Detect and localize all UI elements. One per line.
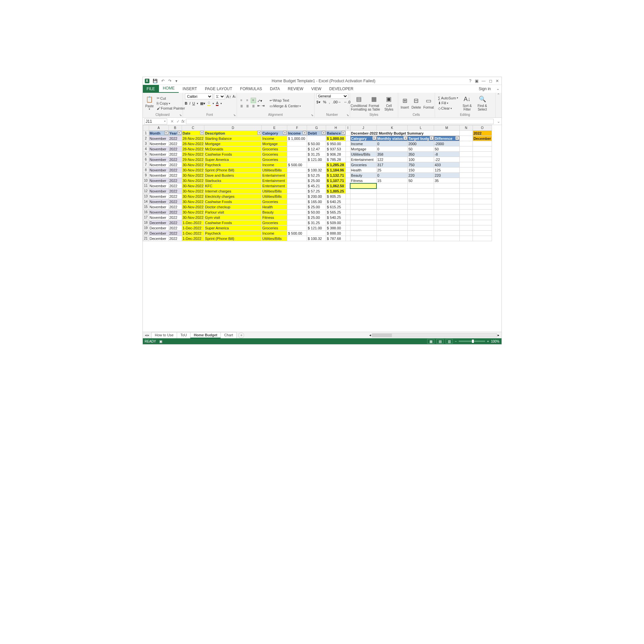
cell-B19[interactable]: 2022 [168, 225, 182, 231]
cell-E6[interactable]: Groceries [262, 157, 287, 162]
cell-G6[interactable]: $ 121.00 [307, 157, 326, 162]
col-header-G[interactable]: G [307, 125, 326, 131]
cell-B3[interactable]: 2022 [168, 141, 182, 146]
cancel-formula-icon[interactable]: ✕ [170, 119, 174, 124]
tab-view[interactable]: VIEW [307, 85, 325, 93]
cell-G10[interactable]: $ 25.00 [307, 178, 326, 183]
cell-C5[interactable]: 29-Nov-2022 [182, 152, 204, 157]
cell-G16[interactable]: $ 50.00 [307, 210, 326, 215]
close-icon[interactable]: ✕ [496, 79, 499, 83]
row-header[interactable]: 5 [143, 152, 149, 157]
format-as-table-button[interactable]: ▦Format as Table [367, 95, 381, 112]
cell-A18[interactable]: December [149, 220, 168, 225]
tab-insert[interactable]: INSERT [179, 85, 201, 93]
sheet-tab-chart[interactable]: Chart [220, 332, 237, 338]
paste-button[interactable]: 📋Paste▾ [145, 95, 155, 112]
summary-status[interactable]: 25 [376, 167, 408, 173]
table-header-E[interactable]: Category▾ [262, 131, 287, 136]
delete-cells-button[interactable]: ⊟Delete [411, 96, 422, 110]
summary-year[interactable]: 2022 [473, 131, 492, 136]
percent-button[interactable]: % [323, 100, 326, 104]
cell-E20[interactable]: Income [262, 231, 287, 236]
cell-C20[interactable]: 1-Dec-2022 [182, 231, 204, 236]
tab-page-layout[interactable]: PAGE LAYOUT [201, 85, 236, 93]
cell-D18[interactable]: Cashwise Foods [204, 220, 262, 225]
cell-C8[interactable]: 30-Nov-2022 [182, 167, 204, 173]
copy-button[interactable]: ⎘Copy▾ [156, 101, 186, 106]
cell-C18[interactable]: 1-Dec-2022 [182, 220, 204, 225]
cell-A4[interactable]: November [149, 146, 168, 152]
sheet-nav-first-icon[interactable]: ◂ [145, 333, 147, 337]
cell-H16[interactable]: $ 565.25 [326, 210, 346, 215]
summary-month[interactable]: December [473, 136, 492, 141]
cell-H4[interactable]: $ 937.53 [326, 146, 346, 152]
row-header[interactable]: 2 [143, 136, 149, 141]
cell-B11[interactable]: 2022 [168, 183, 182, 189]
col-header-N[interactable]: N [459, 125, 473, 131]
col-header-C[interactable]: C [182, 125, 204, 131]
cell-A6[interactable]: November [149, 157, 168, 162]
cell-H13[interactable]: $ 805.25 [326, 194, 346, 199]
cell-D19[interactable]: Super America [204, 225, 262, 231]
wrap-text-button[interactable]: ↩Wrap Text [269, 98, 302, 103]
summary-cat[interactable]: Beauty [350, 173, 376, 178]
cell-B20[interactable]: 2022 [168, 231, 182, 236]
row-header[interactable]: 3 [143, 141, 149, 146]
cell-A10[interactable]: November [149, 178, 168, 183]
summary-header-J[interactable]: Category▾ [350, 136, 376, 141]
cell-D5[interactable]: Cashwise Foods [204, 152, 262, 157]
cell-A11[interactable]: November [149, 183, 168, 189]
selected-cell-J11[interactable] [350, 183, 376, 189]
cell-E15[interactable]: Health [262, 204, 287, 210]
shrink-font-icon[interactable]: A↓ [233, 95, 237, 98]
col-header-J[interactable]: J [350, 125, 376, 131]
row-header[interactable]: 9 [143, 173, 149, 178]
cell-F20[interactable]: $ 500.00 [287, 231, 307, 236]
cell-E19[interactable]: Groceries [262, 225, 287, 231]
summary-status[interactable]: 0 [376, 146, 408, 152]
cell-C14[interactable]: 30-Nov-2022 [182, 199, 204, 204]
summary-diff[interactable]: 125 [434, 167, 459, 173]
table-header-B[interactable]: Year▾ [168, 131, 182, 136]
format-painter-button[interactable]: 🖌Format Painter [156, 106, 186, 111]
cell-A5[interactable]: November [149, 152, 168, 157]
cell-D12[interactable]: Internet charges [204, 189, 262, 194]
cell-C13[interactable]: 30-Nov-2022 [182, 194, 204, 199]
grow-font-icon[interactable]: A↑ [226, 94, 231, 99]
cell-H17[interactable]: $ 540.25 [326, 215, 346, 220]
summary-cat[interactable]: Income [350, 141, 376, 146]
orientation-button[interactable]: ⤢▾ [257, 99, 265, 103]
tab-formulas[interactable]: FORMULAS [236, 85, 266, 93]
table-header-G[interactable]: Debit▾ [307, 131, 326, 136]
number-launcher-icon[interactable]: ⬊ [347, 114, 349, 117]
summary-target[interactable]: 2000 [408, 141, 434, 146]
cell-F21[interactable] [287, 236, 307, 241]
zoom-level[interactable]: 100% [491, 340, 500, 343]
cell-A21[interactable]: December [149, 236, 168, 241]
filter-icon[interactable]: ▾ [283, 131, 287, 135]
row-header[interactable]: 4 [143, 146, 149, 152]
cell-B13[interactable]: 2022 [168, 194, 182, 199]
border-button[interactable]: ▦▾ [200, 101, 205, 106]
cell-D21[interactable]: Sprint (Phone Bill) [204, 236, 262, 241]
cell-B7[interactable]: 2022 [168, 162, 182, 167]
row-header[interactable]: 21 [143, 236, 149, 241]
cell-E18[interactable]: Groceries [262, 220, 287, 225]
cell-H21[interactable]: $ 787.68 [326, 236, 346, 241]
row-header[interactable]: 20 [143, 231, 149, 236]
cell-A2[interactable]: November [149, 136, 168, 141]
summary-cat[interactable]: Mortgage [350, 146, 376, 152]
cell-D16[interactable]: Parlour visit [204, 210, 262, 215]
cell-C19[interactable]: 1-Dec-2022 [182, 225, 204, 231]
cell-G11[interactable]: $ 45.21 [307, 183, 326, 189]
cell-A9[interactable]: November [149, 173, 168, 178]
number-format-select[interactable]: General [317, 93, 348, 99]
cell-G8[interactable]: $ 100.32 [307, 167, 326, 173]
worksheet-grid[interactable]: ABCDEFGHIJKLMNO1Month▾Year▾Date▾Descript… [143, 125, 502, 332]
cell-D10[interactable]: Starbucks [204, 178, 262, 183]
row-header[interactable]: 14 [143, 199, 149, 204]
cell-D9[interactable]: Dave and Busters [204, 173, 262, 178]
summary-cat[interactable]: Health [350, 167, 376, 173]
filter-icon[interactable]: ▾ [403, 136, 407, 140]
tab-review[interactable]: REVIEW [284, 85, 307, 93]
